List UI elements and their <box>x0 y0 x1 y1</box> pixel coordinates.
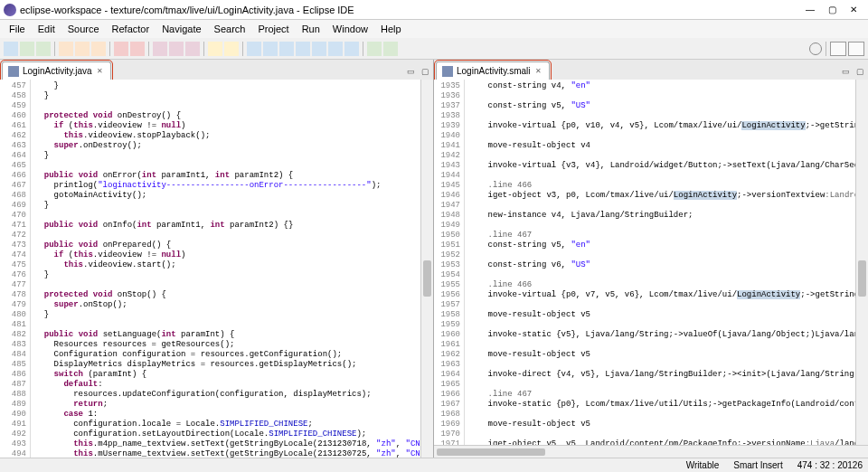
toolbar-search-icon[interactable] <box>169 42 184 56</box>
scrollbar-thumb[interactable] <box>423 260 431 297</box>
right-pane: LoginActivity.smali ✕ ▭ ▢ 1935 1936 1937… <box>434 60 868 458</box>
toolbar-terminate-icon[interactable] <box>296 42 310 56</box>
toolbar-run-icon[interactable] <box>75 42 90 56</box>
toolbar-separator <box>242 42 243 56</box>
toolbar-save-icon[interactable] <box>20 42 34 56</box>
scrollbar-thumb[interactable] <box>437 448 545 456</box>
toolbar-resume-icon[interactable] <box>263 42 278 56</box>
menu-file[interactable]: File <box>4 22 31 36</box>
toolbar-debug-icon[interactable] <box>59 42 73 56</box>
toolbar-task-icon[interactable] <box>185 42 200 56</box>
right-scrollbar-v[interactable] <box>855 80 868 445</box>
left-code[interactable]: } } protected void onDestroy() { if (thi… <box>31 80 420 458</box>
left-scrollbar-v[interactable] <box>420 80 433 458</box>
right-gutter: 1935 1936 1937 1938 1939 1940 1941 1942 … <box>434 80 465 445</box>
right-editor[interactable]: 1935 1936 1937 1938 1939 1940 1941 1942 … <box>434 80 868 445</box>
toolbar-suspend-icon[interactable] <box>279 42 294 56</box>
menu-source[interactable]: Source <box>62 22 105 36</box>
maximize-button[interactable]: ▢ <box>821 2 843 18</box>
tab-loginactivity-smali[interactable]: LoginActivity.smali ✕ <box>436 61 550 80</box>
left-pane: LoginActivity.java ✕ ▭ ▢ 457 458 459 460… <box>0 60 434 458</box>
pane-minimize-icon[interactable]: ▭ <box>839 67 852 80</box>
statusbar: Writable Smart Insert 474 : 32 : 20126 <box>0 458 868 472</box>
toolbar-separator <box>203 42 204 56</box>
toolbar-saveall-icon[interactable] <box>36 42 51 56</box>
right-scrollbar-h[interactable] <box>434 445 868 458</box>
right-tabs: LoginActivity.smali ✕ ▭ ▢ <box>434 60 868 80</box>
toolbar-next-icon[interactable] <box>383 42 398 56</box>
toolbar-newpkg-icon[interactable] <box>130 42 145 56</box>
menu-navigate[interactable]: Navigate <box>156 22 206 36</box>
left-editor[interactable]: 457 458 459 460 461 462 463 464 465 466 … <box>0 80 433 458</box>
toolbar-stepinto-icon[interactable] <box>312 42 326 56</box>
pane-minimize-icon[interactable]: ▭ <box>404 67 417 80</box>
right-code[interactable]: const-string v4, "en" const-string v5, "… <box>465 80 855 445</box>
toolbar-forward-icon[interactable] <box>224 42 239 56</box>
toolbar-skip-icon[interactable] <box>247 42 261 56</box>
menu-window[interactable]: Window <box>327 22 373 36</box>
window-title: eclipse-workspace - texture/com/tmax/liv… <box>20 5 799 15</box>
left-tabs: LoginActivity.java ✕ ▭ ▢ <box>0 60 433 80</box>
tab-loginactivity-java[interactable]: LoginActivity.java ✕ <box>2 61 111 80</box>
toolbar-separator <box>148 42 149 56</box>
pane-maximize-icon[interactable]: ▢ <box>854 67 866 80</box>
smali-file-icon <box>442 66 453 77</box>
menu-edit[interactable]: Edit <box>33 22 61 36</box>
perspective-open-icon[interactable] <box>830 42 846 56</box>
tab-close-icon[interactable]: ✕ <box>534 67 543 76</box>
menu-help[interactable]: Help <box>375 22 407 36</box>
minimize-button[interactable]: — <box>799 2 821 18</box>
menu-refactor[interactable]: Refactor <box>107 22 156 36</box>
toolbar <box>0 38 868 60</box>
quick-access-icon[interactable] <box>809 42 822 55</box>
editor-area: LoginActivity.java ✕ ▭ ▢ 457 458 459 460… <box>0 60 868 458</box>
close-button[interactable]: ✕ <box>843 2 864 18</box>
toolbar-opentype-icon[interactable] <box>153 42 167 56</box>
menu-run[interactable]: Run <box>297 22 326 36</box>
toolbar-separator <box>826 42 826 56</box>
toolbar-separator <box>109 42 110 56</box>
status-writable: Writable <box>686 460 720 470</box>
pane-maximize-icon[interactable]: ▢ <box>419 67 431 80</box>
java-file-icon <box>8 66 19 77</box>
left-gutter: 457 458 459 460 461 462 463 464 465 466 … <box>0 80 31 458</box>
toolbar-new-icon[interactable] <box>4 42 18 56</box>
tab-close-icon[interactable]: ✕ <box>96 67 105 76</box>
toolbar-coverage-icon[interactable] <box>91 42 106 56</box>
titlebar: eclipse-workspace - texture/com/tmax/liv… <box>0 0 868 20</box>
scrollbar-thumb[interactable] <box>858 260 866 297</box>
perspective-java-icon[interactable] <box>848 42 864 56</box>
eclipse-icon <box>4 4 16 16</box>
toolbar-last-icon[interactable] <box>367 42 382 56</box>
tab-label: LoginActivity.smali <box>457 66 531 76</box>
toolbar-separator <box>54 42 55 56</box>
tab-label: LoginActivity.java <box>23 66 92 76</box>
menu-project[interactable]: Project <box>252 22 294 36</box>
menu-search[interactable]: Search <box>209 22 251 36</box>
status-position: 474 : 32 : 20126 <box>797 460 863 470</box>
toolbar-stepreturn-icon[interactable] <box>344 42 359 56</box>
toolbar-back-icon[interactable] <box>208 42 222 56</box>
toolbar-separator <box>363 42 363 56</box>
toolbar-newclass-icon[interactable] <box>114 42 128 56</box>
toolbar-stepover-icon[interactable] <box>328 42 343 56</box>
status-insert: Smart Insert <box>733 460 782 470</box>
menubar: File Edit Source Refactor Navigate Searc… <box>0 20 868 38</box>
